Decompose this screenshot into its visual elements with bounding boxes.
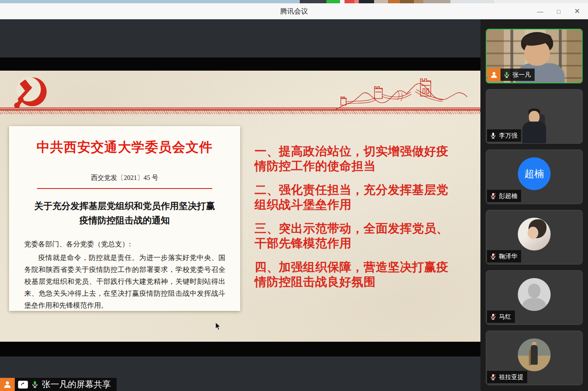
mic-muted-icon xyxy=(489,253,497,260)
mic-on-icon xyxy=(31,380,39,389)
letterbox-top xyxy=(0,58,480,71)
document-red-rule xyxy=(37,188,213,189)
participant-name: 鞠泽华 xyxy=(499,253,517,260)
slide-point-3: 三、突出示范带动，全面发挥党员、干部先锋模范作用 xyxy=(255,221,460,251)
window-controls: — □ ✕ xyxy=(531,3,586,19)
slide-point-1: 一、提高政治站位，切实增强做好疫情防控工作的使命担当 xyxy=(255,144,460,173)
great-wall-illustration xyxy=(336,76,467,110)
participant-tile-zhangyifan[interactable]: 张一凡 xyxy=(486,29,583,83)
document-number: 西交党发〔2021〕45 号 xyxy=(9,174,240,182)
background-desktop-strip xyxy=(0,0,588,3)
participant-tile-mahong[interactable]: 马红 xyxy=(486,270,583,325)
mic-muted-icon xyxy=(489,313,497,320)
slide-point-2: 二、强化责任担当，充分发挥基层党组织战斗堡垒作用 xyxy=(255,182,460,212)
slide-point-4: 四、加强组织保障，营造坚决打赢疫情防控阻击战良好氛围 xyxy=(255,260,460,289)
mic-muted-icon xyxy=(489,192,497,200)
document-body: 疫情就是命令，防控就是责任。为进一步落实好党中央、国务院和陕西省委关于疫情防控工… xyxy=(24,252,225,311)
tencent-meeting-window: 腾讯会议 — □ ✕ xyxy=(0,0,588,391)
close-button[interactable]: ✕ xyxy=(568,3,586,19)
participant-tile-juzehua[interactable]: 鞠泽华 xyxy=(486,210,583,264)
slide-divider-hatch xyxy=(0,110,480,114)
document-title-line1: 关于充分发挥基层党组织和党员作用坚决打赢 xyxy=(9,199,240,213)
screen-share-label: 张一凡的屏幕共享 xyxy=(42,379,111,390)
slide-divider-line-thin xyxy=(0,108,480,108)
participant-tile-zulayati[interactable]: 祖拉亚提 xyxy=(486,331,583,385)
avatar xyxy=(518,218,551,251)
host-badge-icon xyxy=(487,69,501,81)
mic-muted-icon xyxy=(489,373,497,381)
slide-points: 一、提高政治站位，切实增强做好疫情防控工作的使命担当 二、强化责任担当，充分发挥… xyxy=(255,144,460,298)
avatar xyxy=(518,338,551,371)
document-title: 关于充分发挥基层党组织和党员作用坚决打赢 疫情防控阻击战的通知 xyxy=(9,199,240,228)
minimize-button[interactable]: — xyxy=(531,3,549,19)
mic-on-icon xyxy=(489,132,497,139)
official-document: 中共西安交通大学委员会文件 西交党发〔2021〕45 号 关于充分发挥基层党组织… xyxy=(9,126,240,311)
screen-share-banner: 张一凡的屏幕共享 xyxy=(0,378,117,391)
document-header: 中共西安交通大学委员会文件 xyxy=(9,138,240,156)
window-title: 腾讯会议 xyxy=(0,3,588,19)
participant-name: 祖拉亚提 xyxy=(499,373,524,381)
party-emblem-icon xyxy=(11,75,50,111)
meeting-main-area: 中共西安交通大学委员会文件 西交党发〔2021〕45 号 关于充分发挥基层党组织… xyxy=(0,19,588,391)
participant-name: 李万强 xyxy=(499,132,517,140)
host-badge-icon xyxy=(0,378,15,391)
participant-sidebar: 张一凡 xyxy=(480,19,588,391)
document-title-line2: 疫情防控阻击战的通知 xyxy=(9,213,240,228)
participant-tile-pengchaonan[interactable]: 超楠 彭超楠 xyxy=(486,150,583,204)
presentation-slide: 中共西安交通大学委员会文件 西交党发〔2021〕45 号 关于充分发挥基层党组织… xyxy=(0,71,480,342)
letterbox-bottom xyxy=(0,342,480,356)
mouse-cursor xyxy=(215,322,221,331)
shared-screen-stage: 中共西安交通大学委员会文件 西交党发〔2021〕45 号 关于充分发挥基层党组织… xyxy=(0,19,480,391)
participant-name: 马红 xyxy=(499,313,511,321)
screen-share-banner-body: 张一凡的屏幕共享 xyxy=(15,378,117,391)
participant-tile-liwanqiang[interactable]: 李万强 xyxy=(486,89,583,144)
screen-share-icon xyxy=(18,381,28,389)
participant-name: 彭超楠 xyxy=(499,192,517,200)
avatar: 超楠 xyxy=(518,157,551,190)
maximize-button[interactable]: □ xyxy=(549,3,568,19)
title-bar: 腾讯会议 — □ ✕ xyxy=(0,3,588,19)
mic-on-icon xyxy=(503,71,510,78)
avatar-silhouette xyxy=(518,278,551,311)
document-salutation: 党委各部门、各分党委（党总支）: xyxy=(24,238,225,250)
participant-name: 张一凡 xyxy=(512,71,531,79)
